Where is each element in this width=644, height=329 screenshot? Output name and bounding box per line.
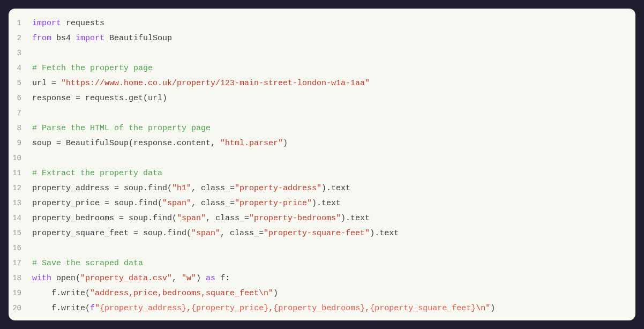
token-kw-import: import (76, 34, 104, 43)
token-normal: BeautifulSoup (104, 34, 172, 43)
token-string: "property_data.csv" (80, 274, 172, 283)
line-number: 15 (9, 227, 32, 239)
code-content: f.write("address,price,bedrooms,square_f… (32, 287, 623, 300)
token-fstring-brace: {property_bedrooms} (273, 304, 365, 313)
token-normal: ) (273, 289, 278, 298)
code-content: property_bedrooms = soup.find("span", cl… (32, 212, 623, 225)
code-content: url = "https://www.home.co.uk/property/1… (32, 77, 623, 90)
token-fstring-sep: , (268, 304, 273, 313)
token-kw-import: from (32, 34, 51, 43)
code-line: 19 f.write("address,price,bedrooms,squar… (9, 287, 635, 302)
line-number: 3 (9, 47, 32, 59)
token-fstring-brace: {property_address} (100, 304, 186, 313)
token-string: "span" (162, 199, 191, 208)
token-normal: bs4 (51, 34, 76, 43)
token-fstring-end: \n" (476, 304, 490, 313)
token-string: "property-bedrooms" (249, 214, 341, 223)
line-number: 7 (9, 107, 32, 119)
token-comment: # Fetch the property page (32, 64, 153, 73)
code-line: 3 (9, 47, 635, 62)
token-string: "span" (191, 229, 220, 238)
line-number: 18 (9, 272, 32, 284)
token-normal: , class_= (191, 199, 235, 208)
line-number: 2 (9, 32, 32, 44)
token-normal: property_bedrooms = soup.find( (32, 214, 177, 223)
code-line: 6response = requests.get(url) (9, 92, 635, 107)
code-line: 20 f.write(f"{property_address},{propert… (9, 302, 635, 317)
line-number: 10 (9, 152, 32, 164)
code-content: response = requests.get(url) (32, 92, 623, 105)
code-content: # Save the scraped data (32, 257, 623, 270)
line-number: 11 (9, 167, 32, 179)
token-normal: ).text (370, 229, 399, 238)
line-number: 13 (9, 197, 32, 209)
token-fstring-brace-last: {property_square_feet} (370, 304, 476, 313)
line-number: 4 (9, 62, 32, 74)
code-content: with open("property_data.csv", "w") as f… (32, 272, 623, 285)
line-number: 9 (9, 137, 32, 149)
line-number: 20 (9, 302, 32, 314)
code-line: 14property_bedrooms = soup.find("span", … (9, 212, 635, 227)
code-content: from bs4 import BeautifulSoup (32, 32, 623, 45)
token-normal: requests (61, 19, 104, 28)
line-number: 6 (9, 92, 32, 104)
token-normal: property_address = soup.find( (32, 184, 172, 193)
token-normal: property_square_feet = soup.find( (32, 229, 191, 238)
token-normal: , class_= (206, 214, 249, 223)
code-line: 15property_square_feet = soup.find("span… (9, 227, 635, 242)
token-kw-import: with (32, 274, 51, 283)
token-fstring-prefix: f (90, 304, 95, 313)
code-line: 7 (9, 107, 635, 122)
code-line: 11# Extract the property data (9, 167, 635, 182)
token-string: "property-price" (235, 199, 312, 208)
token-comment: # Extract the property data (32, 169, 162, 178)
token-string: "property-address" (235, 184, 321, 193)
token-string: "h1" (172, 184, 191, 193)
token-fstring-brace: {property_price} (191, 304, 268, 313)
token-comment: # Save the scraped data (32, 259, 143, 268)
token-normal: f: (215, 274, 230, 283)
code-line: 8# Parse the HTML of the property page (9, 122, 635, 137)
code-content: property_address = soup.find("h1", class… (32, 182, 623, 195)
code-line: 12property_address = soup.find("h1", cla… (9, 182, 635, 197)
token-normal: , class_= (220, 229, 264, 238)
token-fstring-open: " (95, 304, 100, 313)
code-content: property_square_feet = soup.find("span",… (32, 227, 623, 240)
code-line: 1import requests (9, 17, 635, 32)
token-normal: open( (51, 274, 80, 283)
code-content: # Fetch the property page (32, 62, 623, 75)
token-normal: , class_= (191, 184, 235, 193)
code-line: 10 (9, 152, 635, 167)
code-line: 9soup = BeautifulSoup(response.content, … (9, 137, 635, 152)
token-string: "property-square-feet" (264, 229, 370, 238)
token-fstring-sep: , (365, 304, 370, 313)
token-string: "span" (177, 214, 206, 223)
token-normal: property_price = soup.find( (32, 199, 162, 208)
token-normal: ).text (321, 184, 350, 193)
token-kw-import: as (206, 274, 215, 283)
code-content: # Parse the HTML of the property page (32, 122, 623, 135)
token-normal: ) (196, 274, 206, 283)
line-number: 16 (9, 242, 32, 254)
token-string: "html.parser" (220, 139, 283, 148)
code-line: 4# Fetch the property page (9, 62, 635, 77)
line-number: 12 (9, 182, 32, 194)
token-string: "https://www.home.co.uk/property/123-mai… (61, 79, 370, 88)
code-line: 16 (9, 242, 635, 257)
code-editor: 1import requests2from bs4 import Beautif… (9, 9, 635, 320)
line-number: 8 (9, 122, 32, 134)
token-normal: f.write( (32, 304, 90, 313)
token-string: "w" (182, 274, 196, 283)
line-number: 17 (9, 257, 32, 269)
code-line: 2from bs4 import BeautifulSoup (9, 32, 635, 47)
code-line: 18with open("property_data.csv", "w") as… (9, 272, 635, 287)
code-line: 17# Save the scraped data (9, 257, 635, 272)
code-content: soup = BeautifulSoup(response.content, "… (32, 137, 623, 150)
line-number: 5 (9, 77, 32, 89)
line-number: 19 (9, 287, 32, 299)
token-normal: soup = BeautifulSoup(response.content, (32, 139, 220, 148)
token-normal: response = requests.get(url) (32, 94, 167, 103)
token-kw-import: import (32, 19, 61, 28)
code-content: # Extract the property data (32, 167, 623, 180)
token-fstring-sep: , (186, 304, 191, 313)
